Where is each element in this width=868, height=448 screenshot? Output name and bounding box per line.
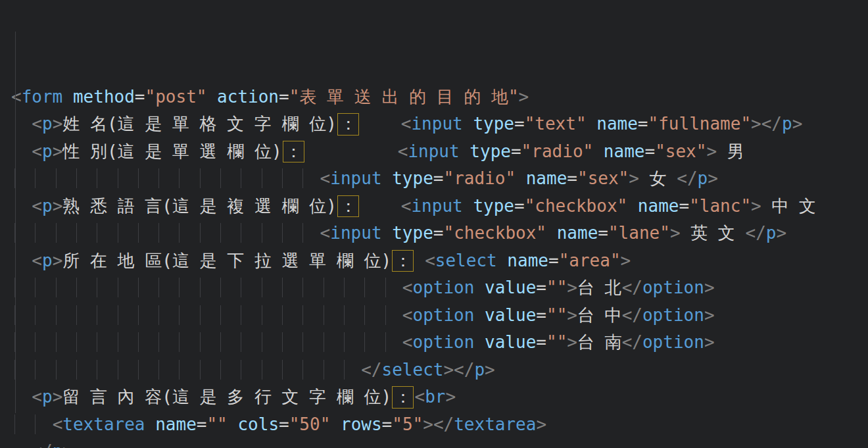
token-punctuation: </ [433, 414, 454, 434]
leading-indent-guides [11, 414, 53, 434]
token-punctuation: > [567, 305, 577, 325]
code-line[interactable]: <option value="">台北</option> [11, 274, 868, 302]
code-line[interactable]: <p>姓名(這是單格文字欄位)： <input type="text" name… [11, 111, 868, 138]
token-tag-name: option [412, 332, 474, 352]
cjk-text: 性別 [62, 141, 117, 161]
code-line[interactable]: <p>性別(這是單選欄位)： <input type="radio" name=… [11, 138, 868, 166]
token-tag-name: option [642, 332, 704, 352]
token-attribute-name: action [217, 87, 279, 107]
token-punctuation: </ [761, 114, 782, 134]
token-punctuation: > [629, 168, 639, 188]
token-text [330, 414, 341, 434]
token-punctuation: </ [746, 223, 766, 243]
cjk-text: 這是下拉選單欄位 [172, 251, 391, 270]
code-line[interactable]: <input type="radio" name="sex"> 女 </p> [11, 165, 868, 193]
token-string: "post" [145, 87, 207, 107]
token-punctuation: > [704, 332, 715, 352]
token-tag-name: input [330, 168, 381, 188]
token-tag-name: p [42, 387, 53, 407]
token-attribute-name: name [526, 168, 567, 188]
token-text: 女 [639, 168, 677, 188]
token-punctuation: < [402, 332, 413, 352]
token-text [145, 414, 156, 434]
token-punctuation: > [62, 441, 73, 448]
token-whitespace [11, 114, 32, 134]
cjk-text: 這是複選欄位 [172, 196, 337, 216]
token-punctuation: < [401, 114, 412, 134]
token-punctuation: < [414, 387, 425, 407]
token-punctuation: > [704, 305, 715, 325]
token-punctuation: < [32, 141, 42, 161]
cjk-text: 英文 [690, 223, 745, 243]
token-text [460, 141, 470, 161]
token-attribute-name: method [73, 87, 135, 107]
cjk-text: 男 [727, 141, 755, 161]
token-attribute-name: name [507, 251, 548, 270]
token-text: = [197, 414, 207, 434]
token-punctuation: > [53, 251, 63, 270]
token-punctuation: > [53, 387, 63, 407]
code-line[interactable]: <input type="checkbox" name="lane"> 英文 <… [11, 220, 868, 247]
token-text: = [548, 251, 559, 270]
token-attribute-name: type [470, 141, 511, 161]
code-line[interactable]: <textarea name="" cols="50" rows="5"></t… [11, 411, 868, 439]
token-tag-name: select [435, 251, 497, 270]
token-tag-name: p [42, 196, 53, 216]
token-punctuation: > [751, 114, 761, 134]
code-line[interactable]: <p>留言內容(這是多行文字欄位)：<br> [11, 384, 868, 411]
token-text: 姓名(這是單格文字欄位) [62, 114, 337, 134]
token-tag-name: p [42, 141, 53, 161]
token-string: "lane" [608, 223, 670, 243]
token-string: "fullname" [648, 114, 752, 134]
token-whitespace [11, 196, 32, 216]
token-text: = [382, 414, 393, 434]
token-text [360, 196, 401, 216]
token-attribute-name: name [604, 141, 645, 161]
cjk-text: 中文 [771, 196, 826, 216]
token-text [593, 141, 604, 161]
token-text [497, 251, 508, 270]
token-text: = [536, 305, 546, 325]
token-string: "text" [525, 114, 587, 134]
token-tag-name: p [53, 441, 63, 448]
token-string: "lanc" [689, 196, 751, 216]
code-line[interactable]: </p> [11, 438, 868, 448]
leading-indent-guides [11, 332, 402, 352]
token-punctuation: </ [622, 332, 642, 352]
token-text: = [644, 141, 655, 161]
token-text [414, 251, 425, 270]
token-text: = [514, 114, 525, 134]
code-line[interactable]: </select></p> [11, 357, 868, 384]
code-line[interactable]: <form method="post" action="表單送出的目的地"> [11, 84, 868, 111]
code-area[interactable]: <form method="post" action="表單送出的目的地"> <… [11, 84, 868, 448]
token-punctuation: > [706, 141, 717, 161]
token-string: "" [546, 305, 567, 325]
cjk-text: 表單送出的目的地 [299, 87, 518, 107]
token-punctuation: < [402, 278, 413, 297]
token-punctuation: < [53, 414, 63, 434]
code-line[interactable]: <option value="">台南</option> [11, 329, 868, 357]
token-punctuation: </ [622, 305, 642, 325]
token-string: "radio" [521, 141, 594, 161]
token-text [474, 278, 485, 297]
token-string: "" [206, 414, 227, 434]
token-string: "area" [559, 251, 621, 270]
token-punctuation: < [425, 251, 435, 270]
cjk-text: 這是單格文字欄位 [118, 114, 337, 134]
code-line[interactable]: <p>熟悉語言(這是複選欄位)： <input type="checkbox" … [11, 193, 868, 220]
token-text [587, 114, 597, 134]
token-text: = [679, 196, 689, 216]
cjk-text: 這是多行文字欄位 [172, 387, 391, 407]
token-punctuation: > [792, 114, 803, 134]
code-line[interactable]: <option value="">台中</option> [11, 302, 868, 330]
token-string: "" [546, 278, 567, 297]
code-editor[interactable]: <form method="post" action="表單送出的目的地"> <… [0, 0, 868, 448]
token-punctuation: < [11, 87, 22, 107]
token-text [62, 87, 73, 107]
token-text: = [536, 332, 546, 352]
code-line[interactable]: <p>所在地區(這是下拉選單欄位)： <select name="area"> [11, 247, 868, 275]
token-text: = [279, 87, 289, 107]
token-attribute-name: type [473, 196, 514, 216]
leading-indent-guides [11, 168, 320, 188]
token-text: 中文 [761, 196, 816, 216]
